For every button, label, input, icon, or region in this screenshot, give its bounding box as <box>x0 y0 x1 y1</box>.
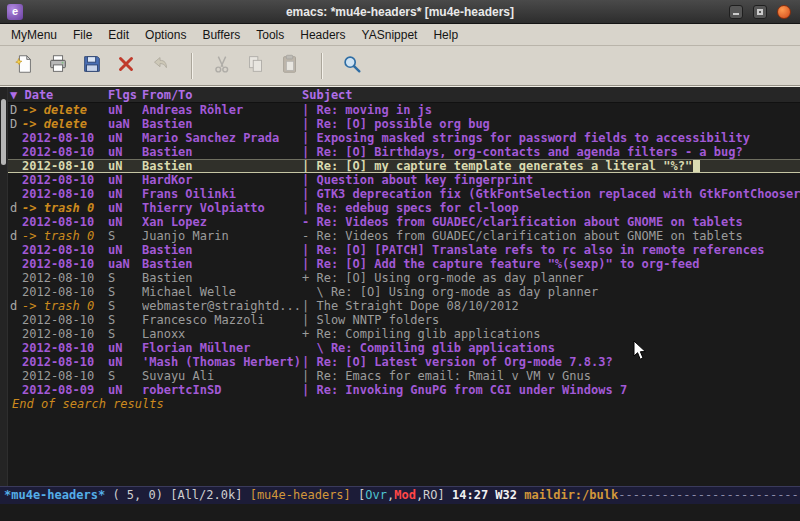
message-row[interactable]: 2012-08-10 uN HardKor | Question about k… <box>8 173 800 187</box>
message-flags: S <box>108 285 142 299</box>
message-from: Lanoxx <box>142 327 302 341</box>
message-flags: S <box>108 313 142 327</box>
menu-item-tools[interactable]: Tools <box>248 26 292 44</box>
save-icon <box>81 53 103 79</box>
message-row[interactable]: 2012-08-10 S Lanoxx + Re: Compiling glib… <box>8 327 800 341</box>
save-button[interactable] <box>76 51 108 81</box>
modeline-segment-plain: [All/2.0k] <box>170 488 249 502</box>
message-date: 2012-08-10 <box>22 187 108 201</box>
message-flags: uN <box>108 131 142 145</box>
message-row[interactable]: D -> delete uaN Bastien | Re: [O] possib… <box>8 117 800 131</box>
echo-area[interactable] <box>0 504 800 521</box>
message-row[interactable]: 2012-08-10 S Michael Welle \ Re: [O] Usi… <box>8 285 800 299</box>
message-flags: uaN <box>108 257 142 271</box>
message-row[interactable]: 2012-08-10 uN Florian Müllner \ Re: Comp… <box>8 341 800 355</box>
message-row[interactable]: 2012-08-10 uN Xan Lopez - Re: Videos fro… <box>8 215 800 229</box>
cut-button[interactable] <box>206 51 238 81</box>
message-row[interactable]: 2012-08-10 uaN Bastien | Re: [O] Add the… <box>8 257 800 271</box>
mark-char <box>8 383 22 397</box>
toolbar-separator <box>321 53 323 79</box>
scrollbar[interactable] <box>0 87 8 486</box>
header-line[interactable]: ▼ Date Flgs From/To Subject <box>8 87 800 103</box>
message-subject: | Re: [O] Latest version of Org-mode 7.8… <box>302 355 800 369</box>
print-button[interactable] <box>42 51 74 81</box>
window-body: ▼ Date Flgs From/To Subject D -> delete … <box>8 87 800 486</box>
message-flags: uN <box>108 383 142 397</box>
paste-button[interactable] <box>274 51 306 81</box>
message-from: Suvayu Ali <box>142 369 302 383</box>
column-header-flags[interactable]: Flgs <box>108 87 142 102</box>
message-row[interactable]: 2012-08-10 uN Frans Oilinki | GTK3 depre… <box>8 187 800 201</box>
column-header-from[interactable]: From/To <box>142 87 302 102</box>
minimize-button[interactable] <box>729 5 743 19</box>
title-bar[interactable]: e emacs: *mu4e-headers* [mu4e-headers] <box>0 0 800 24</box>
headers-buffer[interactable]: D -> delete uN Andreas Röhler | Re: movi… <box>8 103 800 486</box>
message-date: 2012-08-10 <box>22 131 108 145</box>
modeline-segment-plain: ,RO] <box>416 488 445 502</box>
mode-line[interactable]: *mu4e-headers* ( 5, 0) [All/2.0k] [mu4e-… <box>0 486 800 504</box>
mark-char <box>8 369 22 383</box>
message-subject: | Re: [O] Add the capture feature "%(sex… <box>302 257 800 271</box>
modeline-segment-mode: [mu4e-headers] <box>250 488 358 502</box>
paste-icon <box>279 53 301 79</box>
message-row[interactable]: d -> trash 0 uN Thierry Volpiatto | Re: … <box>8 201 800 215</box>
menu-item-yasnippet[interactable]: YASnippet <box>354 26 426 44</box>
mark-char <box>8 215 22 229</box>
message-flags: uN <box>108 173 142 187</box>
menu-item-mymenu[interactable]: MyMenu <box>3 26 65 44</box>
message-row[interactable]: 2012-08-10 S Francesco Mazzoli | Slow NN… <box>8 313 800 327</box>
message-row[interactable]: D -> delete uN Andreas Röhler | Re: movi… <box>8 103 800 117</box>
modeline-segment-dashes: -------------------------------- <box>618 488 800 502</box>
message-date: -> delete <box>22 103 108 117</box>
undo-button[interactable] <box>144 51 176 81</box>
message-row[interactable]: 2012-08-10 uN Bastien | Re: [O] [PATCH] … <box>8 243 800 257</box>
message-date: 2012-08-10 <box>22 369 108 383</box>
message-flags: uN <box>108 215 142 229</box>
menu-item-file[interactable]: File <box>65 26 100 44</box>
message-row[interactable]: 2012-08-10 S Suvayu Ali | Re: Emacs for … <box>8 369 800 383</box>
new-file-button[interactable] <box>8 51 40 81</box>
menu-item-edit[interactable]: Edit <box>100 26 137 44</box>
search-button[interactable] <box>336 51 368 81</box>
message-date: 2012-08-10 <box>22 271 108 285</box>
message-flags: uN <box>108 187 142 201</box>
message-subject: | GTK3 deprecation fix (GtkFontSelection… <box>302 187 800 201</box>
message-subject: | Re: Emacs for email: Rmail v VM v Gnus <box>302 369 800 383</box>
column-header-date[interactable]: ▼ Date <box>8 87 108 102</box>
message-subject: | Re: edebug specs for cl-loop <box>302 201 800 215</box>
copy-button[interactable] <box>240 51 272 81</box>
maximize-button[interactable] <box>753 5 767 19</box>
message-from: Michael Welle <box>142 285 302 299</box>
message-row[interactable]: 2012-08-10 uN Bastien | Re: [O] Birthday… <box>8 145 800 159</box>
message-date: 2012-08-10 <box>22 145 108 159</box>
close-button[interactable] <box>110 51 142 81</box>
message-from: Bastien <box>142 243 302 257</box>
menu-item-buffers[interactable]: Buffers <box>194 26 248 44</box>
message-row[interactable]: d -> trash 0 S webmaster@straightd... | … <box>8 299 800 313</box>
modeline-segment-orange: maildir:/bulk <box>524 488 618 502</box>
menu-item-help[interactable]: Help <box>425 26 466 44</box>
message-row[interactable]: 2012-08-10 S Bastien + Re: [O] Using org… <box>8 271 800 285</box>
message-row[interactable]: d -> trash 0 S Juanjo Marin - Re: Videos… <box>8 229 800 243</box>
message-row[interactable]: 2012-08-09 uN robertcInSD | Re: Invoking… <box>8 383 800 397</box>
message-flags: uN <box>108 103 142 117</box>
cut-icon <box>211 53 233 79</box>
column-header-subject[interactable]: Subject <box>302 87 353 102</box>
close-button[interactable] <box>777 5 791 19</box>
message-flags: S <box>108 327 142 341</box>
message-row[interactable]: 2012-08-10 uN Mario Sanchez Prada | Expo… <box>8 131 800 145</box>
toolbar <box>0 46 800 86</box>
menu-item-options[interactable]: Options <box>137 26 194 44</box>
copy-icon <box>245 53 267 79</box>
close-icon <box>115 53 137 79</box>
message-subject: | Re: [O] my capture template generates … <box>302 159 800 173</box>
text-cursor <box>693 160 700 172</box>
message-from: Bastien <box>142 257 302 271</box>
message-row[interactable]: 2012-08-10 uN Bastien | Re: [O] my captu… <box>8 159 800 173</box>
message-date: 2012-08-10 <box>22 173 108 187</box>
scrollbar-thumb[interactable] <box>1 99 6 165</box>
menu-item-headers[interactable]: Headers <box>292 26 353 44</box>
message-date: -> trash 0 <box>22 201 108 215</box>
message-row[interactable]: 2012-08-10 uN 'Mash (Thomas Herbert) | R… <box>8 355 800 369</box>
modeline-segment-bright: 14:27 W32 <box>445 488 524 502</box>
